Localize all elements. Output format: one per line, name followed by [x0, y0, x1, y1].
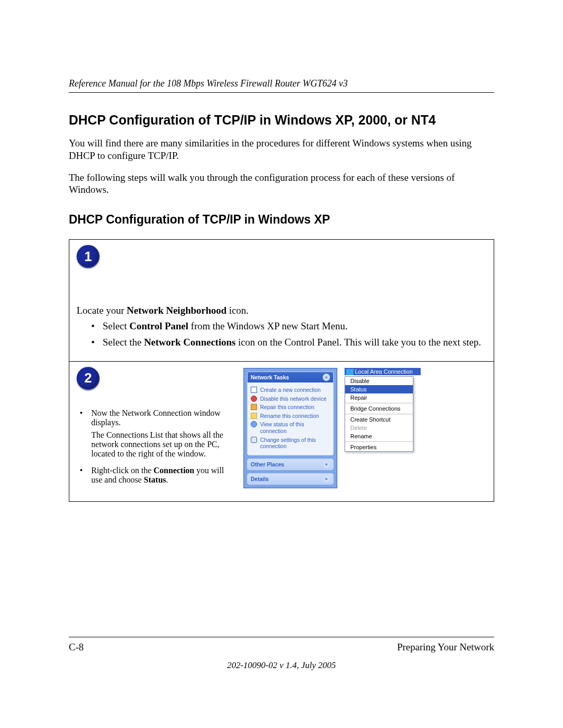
page-number: C-8 [69, 641, 84, 653]
step-2-text: 2 Now the Network Connection window disp… [77, 367, 233, 492]
new-connection-icon [251, 387, 257, 393]
ctx-status[interactable]: Status [345, 385, 413, 393]
step-1: 1 Locate your Network Neighborhood icon.… [69, 240, 494, 361]
step-number-badge: 1 [77, 245, 100, 268]
context-menu: Disable Status Repair Bridge Connections… [345, 376, 413, 452]
xp-connection-area: Local Area Connection Disable Status Rep… [345, 368, 421, 452]
steps-table: 1 Locate your Network Neighborhood icon.… [69, 239, 494, 502]
ctx-separator [345, 403, 413, 403]
doc-number: 202-10090-02 v 1.4, July 2005 [69, 660, 494, 671]
xp-task-item[interactable]: Repair this connection [251, 403, 330, 412]
disable-icon [251, 396, 257, 402]
xp-other-places-header[interactable]: Other Places » [248, 459, 333, 470]
step2-bullet-1: Now the Network Connection window displa… [80, 409, 233, 459]
step-number-badge: 2 [77, 367, 100, 390]
ctx-disable[interactable]: Disable [345, 377, 413, 385]
page-title: DHCP Configuration of TCP/IP in Windows … [69, 113, 494, 128]
step1-bullet-1: Select Control Panel from the Windows XP… [91, 320, 486, 332]
ctx-separator [345, 441, 413, 442]
page-footer: C-8 Preparing Your Network 202-10090-02 … [69, 637, 494, 671]
xp-task-item[interactable]: Disable this network device [251, 394, 330, 403]
section-name: Preparing Your Network [397, 641, 494, 653]
footer-rule [69, 637, 494, 637]
xp-task-item[interactable]: Change settings of this connection [251, 436, 330, 451]
header-rule [69, 92, 494, 93]
step-2-screenshot: Network Tasks « Create a new connection … [243, 367, 486, 492]
step1-lead-bold: Network Neighborhood [127, 305, 227, 316]
intro-paragraph-2: The following steps will walk you throug… [69, 171, 494, 196]
settings-icon [251, 437, 257, 443]
repair-icon [251, 404, 257, 410]
chevron-icon: » [323, 461, 330, 468]
ctx-delete: Delete [345, 424, 413, 432]
ctx-bridge[interactable]: Bridge Connections [345, 404, 413, 413]
step1-bullet-2: Select the Network Connections icon on t… [91, 336, 486, 349]
xp-tasks-header[interactable]: Network Tasks « [248, 372, 333, 382]
step1-lead-post: icon. [227, 305, 249, 316]
step-1-body: Locate your Network Neighborhood icon. S… [77, 304, 486, 349]
ctx-repair[interactable]: Repair [345, 393, 413, 402]
ctx-properties[interactable]: Properties [345, 443, 413, 451]
ctx-separator [345, 414, 413, 414]
xp-task-item[interactable]: Create a new connection [251, 386, 330, 394]
document-page: Reference Manual for the 108 Mbps Wirele… [0, 0, 563, 728]
chevron-icon: » [323, 475, 330, 483]
status-icon [251, 421, 257, 427]
ctx-rename[interactable]: Rename [345, 432, 413, 440]
xp-tasks-panel: Network Tasks « Create a new connection … [243, 368, 337, 488]
step1-lead-pre: Locate your [77, 305, 127, 316]
chevron-icon: « [323, 374, 330, 381]
xp-details-header[interactable]: Details » [248, 474, 333, 484]
rename-icon [251, 413, 257, 419]
step-2: 2 Now the Network Connection window disp… [69, 361, 494, 501]
xp-task-item[interactable]: Rename this connection [251, 412, 330, 421]
running-header: Reference Manual for the 108 Mbps Wirele… [69, 78, 494, 92]
intro-paragraph-1: You will find there are many similaritie… [69, 137, 494, 162]
step2-bullet-2: Right-click on the Connection you will u… [80, 466, 233, 485]
xp-task-item[interactable]: View status of this connection [251, 420, 330, 435]
xp-connection-item[interactable]: Local Area Connection [345, 368, 421, 375]
ctx-shortcut[interactable]: Create Shortcut [345, 415, 413, 424]
subsection-title: DHCP Configuration of TCP/IP in Windows … [69, 213, 494, 227]
